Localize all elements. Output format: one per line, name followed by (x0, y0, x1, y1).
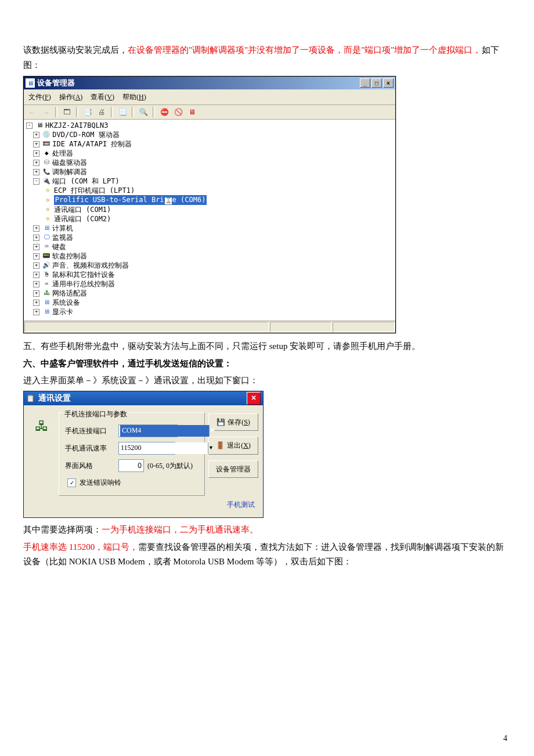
row-bell[interactable]: ✓ 发送错误响铃 (67, 477, 199, 488)
label-baud: 手机通讯速率 (65, 442, 115, 454)
print-icon[interactable]: 🖨 (96, 106, 107, 118)
tree-node-ports[interactable]: -端口 (COM 和 LPT) (26, 177, 395, 186)
combo-port[interactable]: ▼ (118, 424, 178, 437)
tree-node-disk[interactable]: +磁盘驱动器 (26, 158, 395, 167)
prolific-text-2: e (COM6) (172, 196, 206, 204)
toolbar-separator (132, 107, 134, 117)
port-item-icon (44, 206, 52, 214)
menu-view[interactable]: 查看(V) (91, 91, 114, 103)
maximize-button[interactable]: □ (371, 78, 382, 88)
properties-icon[interactable]: 📑 (82, 106, 93, 118)
tree-label: 键盘 (52, 242, 66, 251)
network-icon (42, 289, 50, 297)
para-6-body: 进入主界面菜单－》系统设置－》通讯设置，出现如下窗口： (23, 373, 511, 388)
system-icon (42, 298, 50, 307)
tree-node-sound[interactable]: +声音、视频和游戏控制器 (26, 261, 395, 270)
devmgr-button[interactable]: 设备管理器 (208, 460, 258, 478)
tree-label: 通用串行总线控制器 (52, 279, 115, 289)
tree-node-usb[interactable]: +通用串行总线控制器 (26, 279, 395, 289)
refresh-icon[interactable]: 📃 (117, 106, 128, 118)
tree-node-display[interactable]: +显示卡 (26, 307, 395, 316)
scan-icon[interactable]: 🔍 (138, 106, 149, 118)
comm-settings-dialog: 📋 通讯设置 × 🖧 手机连接端口 ▼ 手机通讯速率 (23, 391, 264, 519)
toolbar-icon-1[interactable]: 🗔 (61, 106, 73, 118)
combo-port-input[interactable] (120, 425, 209, 437)
device-manager-window: 🖥 设备管理器 _ □ × 文件(F) 操作(A) 查看(V) 帮助(H) ← … (23, 76, 396, 333)
tree-label: 系统设备 (52, 298, 80, 307)
tree-label: 通讯端口 (COM1) (54, 205, 111, 214)
hourglass-icon: ⌛ (164, 197, 172, 205)
tree-leaf-com1[interactable]: 通讯端口 (COM1) (26, 205, 395, 214)
status-pane-2 (270, 322, 332, 332)
style-input[interactable] (118, 459, 144, 472)
floppy-icon (42, 252, 50, 260)
row-port: 手机连接端口 ▼ (65, 424, 199, 437)
tree-node-sys[interactable]: +系统设备 (26, 298, 395, 307)
tree-leaf-prolific[interactable]: Prolific USB-to-Serial Bri⌛e (COM6) (26, 195, 395, 205)
tree-node-ide[interactable]: +IDE ATA/ATAPI 控制器 (26, 139, 395, 149)
dm-tree-view[interactable]: -HKZJZ-2AI7BQLN3 +DVD/CD-ROM 驱动器 +IDE AT… (24, 120, 395, 321)
checkbox-bell[interactable]: ✓ (67, 478, 76, 487)
tree-label: IDE ATA/ATAPI 控制器 (52, 139, 132, 149)
stop-icon[interactable]: ⛔ (158, 106, 170, 118)
para-speed-port: 手机速率选 115200，端口号，需要查找设备管理器的相关项，查找方法如下：进入… (23, 540, 511, 570)
tree-node-dvd[interactable]: +DVD/CD-ROM 驱动器 (26, 130, 395, 139)
combo-baud-input[interactable] (119, 442, 208, 454)
port-item-icon (44, 215, 52, 223)
tree-leaf-com2[interactable]: 通讯端口 (COM2) (26, 214, 395, 224)
menu-help[interactable]: 帮助(H) (122, 91, 146, 103)
page-number: 4 (503, 732, 507, 746)
row-style: 界面风格 (0-65, 0为默认) (65, 459, 199, 472)
tree-label: 通讯端口 (COM2) (54, 214, 111, 224)
tree-node-modem[interactable]: +调制解调器 (26, 167, 395, 177)
ide-icon (42, 140, 50, 148)
tree-root-label: HKZJZ-2AI7BQLN3 (45, 121, 108, 130)
para-select-two: 其中需要选择两项：一为手机连接端口，二为手机通讯速率。 (23, 523, 511, 538)
back-button[interactable]: ← (26, 106, 38, 118)
dm-status-bar (24, 321, 395, 333)
tree-label: 显示卡 (52, 307, 73, 316)
menu-action[interactable]: 操作(A) (59, 91, 83, 103)
close-button[interactable]: × (383, 78, 394, 88)
forward-button[interactable]: → (40, 106, 52, 118)
port-item-icon (44, 196, 52, 204)
phone-test-label: 手机测试 (227, 499, 255, 510)
display-icon (42, 308, 50, 316)
intro-paragraph: 该数据线驱动安装完成后，在设备管理器的"调制解调器项"并没有增加了一项设备，而是… (23, 43, 511, 73)
tree-node-net[interactable]: +网络适配器 (26, 289, 395, 298)
tree-node-cpu[interactable]: +处理器 (26, 149, 395, 158)
uninstall-icon[interactable]: 🖥 (186, 106, 198, 118)
toolbar-separator (111, 107, 113, 117)
tree-node-keyboard[interactable]: +键盘 (26, 242, 395, 251)
cs-close-button[interactable]: × (247, 392, 261, 405)
dropdown-icon[interactable]: ▼ (209, 425, 215, 437)
dm-menu-bar: 文件(F) 操作(A) 查看(V) 帮助(H) (24, 89, 395, 105)
para5a: 其中需要选择两项： (23, 525, 102, 534)
dropdown-icon[interactable]: ▼ (208, 442, 214, 454)
menu-file[interactable]: 文件(F) (28, 91, 51, 103)
tree-node-mouse[interactable]: +鼠标和其它指针设备 (26, 270, 395, 279)
dm-title-bar[interactable]: 🖥 设备管理器 _ □ × (24, 77, 395, 89)
tree-node-monitor[interactable]: +监视器 (26, 233, 395, 242)
style-hint: (0-65, 0为默认) (147, 460, 193, 471)
save-button[interactable]: 💾保存(S) (208, 413, 258, 431)
label-style: 界面风格 (65, 460, 115, 471)
tree-node-computer[interactable]: +计算机 (26, 224, 395, 233)
tree-label: 计算机 (52, 224, 73, 233)
tree-node-fdd[interactable]: +软盘控制器 (26, 251, 395, 261)
phone-test-link[interactable]: 手机测试 (208, 496, 258, 513)
save-label: 保存(S) (228, 416, 250, 428)
row-baud: 手机通讯速率 ▼ (65, 442, 199, 455)
para6a: 手机速率选 115200，端口号， (23, 542, 138, 552)
minimize-button[interactable]: _ (360, 78, 370, 88)
tree-leaf-lpt[interactable]: ECP 打印机端口 (LPT1) (26, 186, 395, 195)
port-icon (42, 177, 50, 185)
cs-title-bar[interactable]: 📋 通讯设置 × (24, 391, 263, 405)
tree-label: 监视器 (52, 233, 73, 242)
combo-baud[interactable]: ▼ (118, 442, 175, 455)
label-port: 手机连接端口 (65, 425, 115, 437)
disable-icon[interactable]: 🚫 (172, 106, 184, 118)
exit-button[interactable]: 🚪退出(X) (208, 437, 258, 454)
group-phone-conn: 手机连接端口 ▼ 手机通讯速率 ▼ 界面风格 (59, 412, 205, 496)
tree-root[interactable]: -HKZJZ-2AI7BQLN3 (26, 121, 395, 130)
